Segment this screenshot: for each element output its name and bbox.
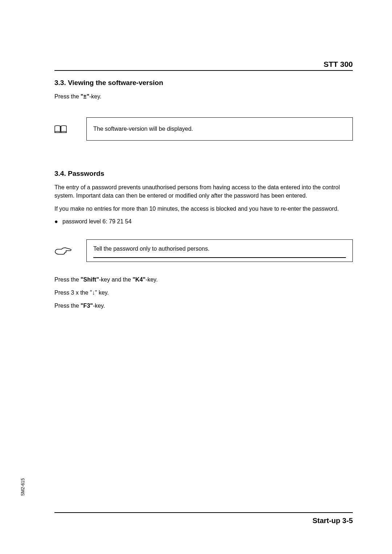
section-3-3: 3.3. Viewing the software-version Press … <box>54 79 353 141</box>
tip-callout: Tell the password only to authorised per… <box>54 239 353 262</box>
press-down-line: Press 3 x the "↓" key. <box>54 289 353 297</box>
footer-rule <box>54 512 353 513</box>
header-rule <box>54 70 353 71</box>
text-fragment: Press the <box>54 303 81 309</box>
section-heading-3-3: 3.3. Viewing the software-version <box>54 79 353 87</box>
book-icon <box>54 125 67 133</box>
side-doc-code: SM2-615 <box>20 478 25 496</box>
tip-underline <box>93 257 346 258</box>
callout-icon-cell <box>54 246 86 256</box>
key-shift: "Shift" <box>81 276 99 283</box>
text-fragment: Press the <box>54 93 81 100</box>
callout-box: The software-version will be displayed. <box>86 117 353 141</box>
key-f3: "F3" <box>81 303 93 309</box>
section-heading-3-4: 3.4. Passwords <box>54 170 353 178</box>
document-header: STT 300 <box>54 60 353 69</box>
note-callout: The software-version will be displayed. <box>54 117 353 141</box>
key-k4: "K4" <box>132 276 146 283</box>
doc-title: STT 300 <box>323 60 353 68</box>
para-passwords-timeout: If you make no entries for more than 10 … <box>54 205 353 213</box>
callout-icon-cell <box>54 125 86 133</box>
tip-box: Tell the password only to authorised per… <box>86 239 353 262</box>
footer-page-label: Start-up 3-5 <box>54 517 353 525</box>
section-3-4: 3.4. Passwords The entry of a password p… <box>54 170 353 310</box>
text-fragment: -key. <box>93 303 105 309</box>
callout-text: The software-version will be displayed. <box>93 126 193 132</box>
press-f3-line: Press the "F3"-key. <box>54 302 353 310</box>
key-plusminus: "±" <box>81 93 89 100</box>
bullet-marker: ● <box>54 218 62 225</box>
bullet-text: password level 6: 79 21 54 <box>62 218 131 225</box>
text-fragment: -key and the <box>99 276 133 283</box>
press-shift-k4-line: Press the "Shift"-key and the "K4"-key. <box>54 276 353 284</box>
tip-text: Tell the password only to authorised per… <box>93 246 209 252</box>
text-fragment: -key. <box>146 276 158 283</box>
press-plusminus-line: Press the "±"-key. <box>54 93 353 101</box>
text-fragment: Press the <box>54 276 81 283</box>
text-fragment: -key. <box>89 93 101 100</box>
bullet-password-level: ● password level 6: 79 21 54 <box>54 218 353 225</box>
pointing-hand-icon <box>54 246 72 256</box>
para-passwords-intro: The entry of a password prevents unautho… <box>54 183 353 200</box>
footer: Start-up 3-5 <box>54 512 353 525</box>
page: STT 300 3.3. Viewing the software-versio… <box>0 0 392 554</box>
